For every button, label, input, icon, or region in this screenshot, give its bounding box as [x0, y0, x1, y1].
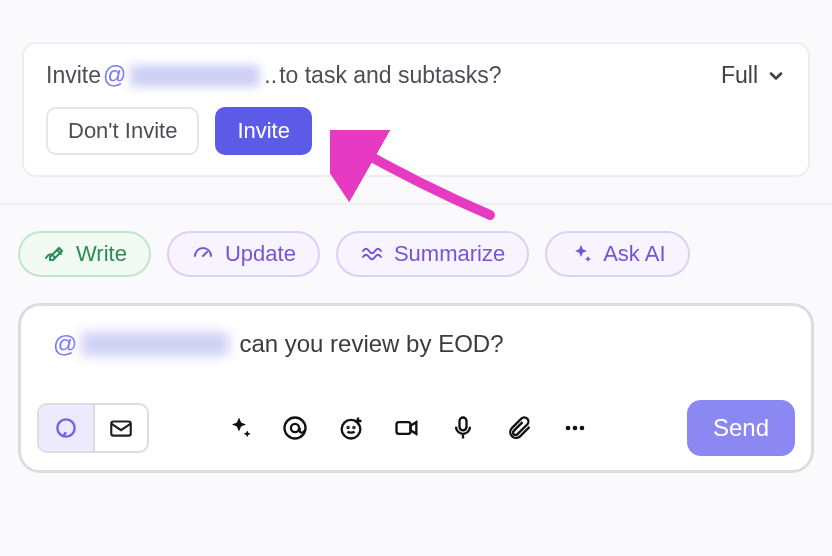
invite-scope-dropdown[interactable]: Full [721, 62, 786, 89]
svg-point-11 [580, 426, 585, 431]
ai-tool-button[interactable] [225, 414, 253, 442]
pencil-write-icon [42, 242, 66, 266]
comment-input[interactable]: @ can you review by EOD? [37, 324, 795, 400]
mention-tool-button[interactable] [281, 414, 309, 442]
invite-action-row: Don't Invite Invite [46, 107, 786, 155]
svg-point-3 [291, 424, 299, 432]
attach-tool-button[interactable] [505, 414, 533, 442]
svg-point-2 [285, 418, 306, 439]
dont-invite-button[interactable]: Don't Invite [46, 107, 199, 155]
invite-prompt-header: Invite @ .. to task and subtasks? Full [46, 62, 786, 89]
invite-button[interactable]: Invite [215, 107, 312, 155]
paperclip-icon [505, 414, 533, 442]
write-chip-label: Write [76, 241, 127, 267]
invite-suffix: to task and subtasks? [279, 62, 501, 89]
mic-icon [449, 414, 477, 442]
invite-scope-label: Full [721, 62, 758, 89]
svg-rect-1 [111, 422, 131, 436]
mail-icon [108, 415, 134, 441]
invite-message: Invite @ .. to task and subtasks? [46, 62, 502, 89]
summarize-chip-label: Summarize [394, 241, 505, 267]
section-divider [0, 203, 832, 205]
emoji-tool-button[interactable] [337, 414, 365, 442]
write-chip[interactable]: Write [18, 231, 151, 277]
invite-ellipsis: .. [264, 62, 277, 89]
sparkle-icon [569, 242, 593, 266]
invite-prompt-card: Invite @ .. to task and subtasks? Full D… [22, 42, 810, 177]
video-tool-button[interactable] [393, 414, 421, 442]
ask-ai-chip-label: Ask AI [603, 241, 665, 267]
gauge-icon [191, 242, 215, 266]
composer-toolbar: Send [37, 400, 795, 456]
update-chip[interactable]: Update [167, 231, 320, 277]
svg-point-10 [573, 426, 578, 431]
mention-at: @ [103, 62, 126, 89]
wave-icon [360, 242, 384, 266]
emoji-plus-icon [337, 414, 365, 442]
email-mode-tab[interactable] [93, 405, 147, 451]
mention-icon [281, 414, 309, 442]
more-icon [561, 414, 589, 442]
video-icon [393, 414, 421, 442]
chevron-down-icon [766, 66, 786, 86]
composer-icon-row [225, 414, 669, 442]
comment-composer: @ can you review by EOD? [18, 303, 814, 473]
chat-bubble-icon [53, 415, 79, 441]
svg-point-5 [348, 427, 349, 428]
svg-rect-7 [397, 422, 411, 434]
comment-body: can you review by EOD? [239, 330, 503, 358]
more-tool-button[interactable] [561, 414, 589, 442]
composer-mode-tabs [37, 403, 149, 453]
sparkle-icon [225, 414, 253, 442]
svg-point-6 [353, 427, 354, 428]
svg-point-9 [566, 426, 571, 431]
mention-name-blurred [130, 65, 260, 87]
summarize-chip[interactable]: Summarize [336, 231, 529, 277]
ask-ai-chip[interactable]: Ask AI [545, 231, 689, 277]
svg-rect-8 [460, 418, 467, 431]
mic-tool-button[interactable] [449, 414, 477, 442]
update-chip-label: Update [225, 241, 296, 267]
send-button[interactable]: Send [687, 400, 795, 456]
mention-name-blurred [81, 332, 229, 356]
mention-at: @ [53, 330, 77, 358]
invite-prefix: Invite [46, 62, 101, 89]
chat-mode-tab[interactable] [39, 405, 93, 451]
ai-chips-row: Write Update Summarize Ask AI [18, 231, 814, 277]
